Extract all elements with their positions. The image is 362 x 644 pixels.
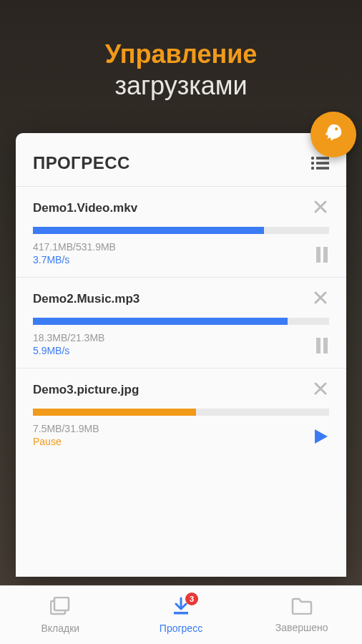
pause-button[interactable] <box>315 338 329 356</box>
nav-done-label: Завершено <box>275 622 328 633</box>
progress-bar <box>33 227 329 234</box>
cancel-download-button[interactable] <box>312 381 329 399</box>
progress-bar <box>33 409 329 416</box>
download-stats: 417.1MB/531.9MB3.7MB/s <box>33 241 116 265</box>
bottom-nav: Вкладки 3 Прогресс Завершено <box>0 585 362 644</box>
rocket-badge[interactable] <box>310 112 356 157</box>
folder-icon <box>291 597 313 618</box>
nav-progress[interactable]: 3 Прогресс <box>121 586 242 644</box>
download-item: Demo2.Music.mp318.3MB/21.3MB5.9MB/s <box>16 277 346 368</box>
download-filename: Demo3.picture.jpg <box>33 383 139 397</box>
download-speed: 5.9MB/s <box>33 345 104 356</box>
svg-rect-7 <box>323 247 328 263</box>
nav-tabs[interactable]: Вкладки <box>0 586 121 644</box>
svg-point-4 <box>311 167 314 170</box>
download-speed: 3.7MB/s <box>33 254 116 265</box>
play-icon <box>313 429 329 447</box>
download-size: 417.1MB/531.9MB <box>33 241 116 253</box>
download-filename: Demo2.Music.mp3 <box>33 292 140 306</box>
download-stats: 18.3MB/21.3MB5.9MB/s <box>33 332 104 356</box>
svg-rect-1 <box>316 157 329 160</box>
download-filename: Demo1.Video.mkv <box>33 201 137 215</box>
hero-banner: Управление загрузками <box>0 0 362 122</box>
download-item: Demo3.picture.jpg7.5MB/31.9MBPause <box>16 368 346 459</box>
svg-point-2 <box>311 162 314 165</box>
download-size: 7.5MB/31.9MB <box>33 423 99 434</box>
card-title: ПРОГРЕСС <box>33 153 130 173</box>
progress-badge: 3 <box>185 592 198 605</box>
cancel-download-button[interactable] <box>312 200 329 217</box>
nav-tabs-label: Вкладки <box>41 623 79 634</box>
list-view-button[interactable] <box>310 156 329 170</box>
tabs-icon <box>50 597 70 618</box>
svg-rect-3 <box>316 162 329 165</box>
progress-card: ПРОГРЕСС Demo1.Video.mkv417.1MB/531.9MB3… <box>16 133 346 577</box>
progress-fill <box>33 318 288 325</box>
pause-icon <box>315 338 329 356</box>
resume-button[interactable] <box>313 429 329 447</box>
download-item: Demo1.Video.mkv417.1MB/531.9MB3.7MB/s <box>16 186 346 277</box>
download-speed: Pause <box>33 436 99 447</box>
pause-button[interactable] <box>315 247 329 265</box>
svg-rect-6 <box>316 247 321 263</box>
progress-fill <box>33 409 196 416</box>
cancel-download-button[interactable] <box>312 291 329 308</box>
hero-title: Управление <box>14 39 348 69</box>
close-icon <box>314 290 327 308</box>
pause-icon <box>315 247 329 265</box>
list-icon <box>310 156 329 170</box>
download-stats: 7.5MB/31.9MBPause <box>33 423 99 447</box>
svg-rect-11 <box>54 597 69 610</box>
svg-rect-9 <box>323 338 328 353</box>
close-icon <box>314 381 327 399</box>
progress-fill <box>33 227 264 234</box>
download-icon: 3 <box>171 597 191 618</box>
svg-rect-12 <box>174 612 188 615</box>
nav-progress-label: Прогресс <box>160 623 202 634</box>
download-size: 18.3MB/21.3MB <box>33 332 104 343</box>
rocket-icon <box>321 122 346 147</box>
hero-subtitle: загрузками <box>14 71 348 101</box>
progress-bar <box>33 318 329 325</box>
svg-rect-8 <box>316 338 321 353</box>
card-header: ПРОГРЕСС <box>16 133 346 186</box>
close-icon <box>314 199 327 218</box>
nav-done[interactable]: Завершено <box>241 586 362 644</box>
svg-rect-5 <box>316 167 329 170</box>
svg-point-0 <box>311 157 314 160</box>
